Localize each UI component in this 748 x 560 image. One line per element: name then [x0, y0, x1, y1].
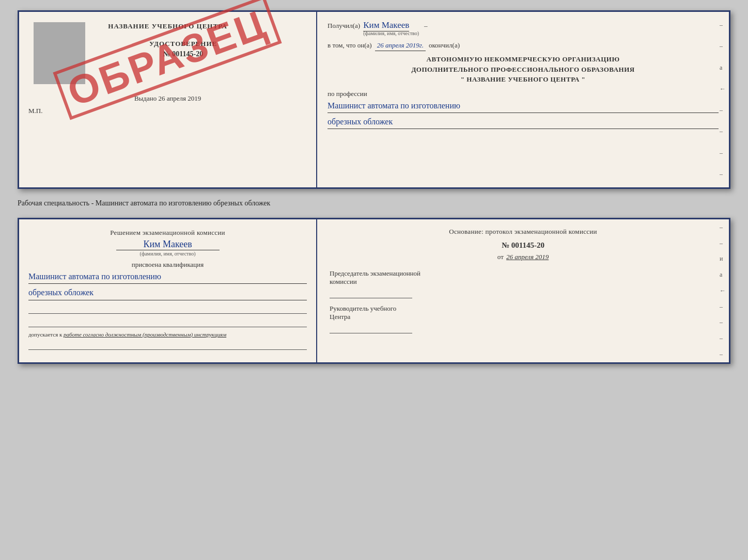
osnovanie-text: Основание: протокол экзаменационной коми…: [330, 228, 716, 236]
predsedatel-block: Председатель экзаменационной комиссии: [330, 269, 716, 298]
vtom-line: в том, что он(а) 26 апреля 2019г. окончи…: [328, 41, 719, 51]
side-dash-b1: –: [720, 223, 726, 231]
dash-after-name: –: [424, 22, 428, 30]
blank-line-2: [28, 317, 307, 327]
poluchil-line: Получил(а) Ким Макеев (фамилия, имя, отч…: [328, 20, 719, 36]
vydano-date: 26 апреля 2019: [158, 94, 201, 102]
vtom-prefix: в том, что он(а): [328, 41, 372, 50]
bottom-recipient-name: Ким Макеев: [28, 239, 307, 250]
side-dash-b8: –: [720, 334, 726, 342]
predsedatel-signature: [330, 286, 412, 298]
ot-date: от 26 апреля 2019: [330, 253, 716, 261]
side-dash-4: ←: [720, 85, 726, 93]
dopusk-prefix: допускается к: [28, 331, 62, 338]
side-dash-1: –: [720, 21, 726, 29]
side-dash-b6: –: [720, 303, 726, 311]
bottom-fio-label: (фамилия, имя, отчество): [116, 250, 220, 257]
side-dashes-bottom: – – и а ← – – – –: [720, 219, 726, 362]
side-dashes-top: – – а ← – – – –: [720, 12, 726, 187]
resheniem-text: Решением экзаменационной комиссии: [28, 229, 307, 237]
rukovoditel-line1: Руководитель учебного: [330, 305, 716, 313]
rukovoditel-line2: Центра: [330, 313, 716, 321]
side-dash-8: –: [720, 170, 726, 178]
top-doc-left: НАЗВАНИЕ УЧЕБНОГО ЦЕНТРА УДОСТОВЕРЕНИЕ №…: [19, 12, 317, 187]
fio-label: (фамилия, имя, отчество): [363, 30, 419, 36]
qual-line1: Машинист автомата по изготовлению: [28, 271, 307, 284]
side-dash-5: –: [720, 106, 726, 114]
side-dash-b4: а: [720, 271, 726, 279]
photo-placeholder: [34, 22, 85, 84]
vydano-block: Выдано 26 апреля 2019: [28, 94, 307, 103]
vydano-prefix: Выдано: [134, 94, 157, 102]
top-document: НАЗВАНИЕ УЧЕБНОГО ЦЕНТРА УДОСТОВЕРЕНИЕ №…: [18, 10, 730, 189]
top-doc-right: Получил(а) Ким Макеев (фамилия, имя, отч…: [317, 12, 729, 187]
side-dash-6: –: [720, 127, 726, 135]
rukovoditel-block: Руководитель учебного Центра: [330, 305, 716, 333]
mp-label: М.П.: [28, 107, 307, 115]
predsedatel-line1: Председатель экзаменационной: [330, 269, 716, 278]
side-dash-b2: –: [720, 239, 726, 247]
blank-line-3: [28, 340, 307, 350]
cert-label: УДОСТОВЕРЕНИЕ: [149, 40, 217, 48]
top-doc-left-inner: НАЗВАНИЕ УЧЕБНОГО ЦЕНТРА УДОСТОВЕРЕНИЕ №…: [28, 22, 307, 167]
side-dash-7: –: [720, 149, 726, 157]
ot-prefix: от: [497, 253, 504, 261]
completed-date: 26 апреля 2019г.: [375, 41, 426, 51]
org-line1: АВТОНОМНУЮ НЕКОММЕРЧЕСКУЮ ОРГАНИЗАЦИЮ: [328, 54, 719, 65]
blank-line-1: [28, 303, 307, 314]
side-dash-b5: ←: [720, 287, 726, 295]
rukovoditel-signature: [330, 321, 412, 333]
poluchil-prefix: Получил(а): [328, 22, 360, 30]
org-line2: ДОПОЛНИТЕЛЬНОГО ПРОФЕССИОНАЛЬНОГО ОБРАЗО…: [328, 65, 719, 75]
protocol-number: № 001145-20: [330, 241, 716, 250]
cert-inner-area: УДОСТОВЕРЕНИЕ № 001145-20: [28, 35, 307, 63]
po-professii-label: по профессии: [328, 90, 719, 98]
cert-label-block: УДОСТОВЕРЕНИЕ № 001145-20: [149, 35, 217, 63]
bottom-doc-right: Основание: протокол экзаменационной коми…: [317, 219, 729, 362]
ot-date-value: 26 апреля 2019: [506, 253, 549, 261]
bottom-doc-left: Решением экзаменационной комиссии Ким Ма…: [19, 219, 317, 362]
caption-text: Рабочая специальность - Машинист автомат…: [18, 199, 270, 207]
side-dash-b3: и: [720, 255, 726, 263]
caption-line: Рабочая специальность - Машинист автомат…: [18, 198, 730, 209]
recipient-name: Ким Макеев: [363, 20, 409, 31]
dopuskaetsya-text: допускается к работе согласно должностны…: [28, 331, 307, 338]
cert-number: № 001145-20: [149, 50, 217, 58]
org-block: АВТОНОМНУЮ НЕКОММЕРЧЕСКУЮ ОРГАНИЗАЦИЮ ДО…: [328, 54, 719, 85]
recipient-block: Ким Макеев (фамилия, имя, отчество): [363, 20, 419, 36]
bottom-document: Решением экзаменационной комиссии Ким Ма…: [18, 218, 730, 364]
side-dash-b9: –: [720, 350, 726, 358]
profession-line2: обрезных обложек: [328, 116, 719, 129]
predsedatel-line2: комиссии: [330, 278, 716, 286]
okonchil-label: окончил(а): [429, 41, 460, 50]
prisvoyena-label: присвоена квалификация: [28, 261, 307, 269]
qual-line2: обрезных обложек: [28, 287, 307, 300]
side-dash-3: а: [720, 64, 726, 72]
profession-line1: Машинист автомата по изготовлению: [328, 100, 719, 113]
org-line3: " НАЗВАНИЕ УЧЕБНОГО ЦЕНТРА ": [328, 74, 719, 85]
dopusk-italic: работе согласно должностным (производств…: [64, 331, 226, 338]
side-dash-2: –: [720, 42, 726, 50]
side-dash-b7: –: [720, 318, 726, 326]
